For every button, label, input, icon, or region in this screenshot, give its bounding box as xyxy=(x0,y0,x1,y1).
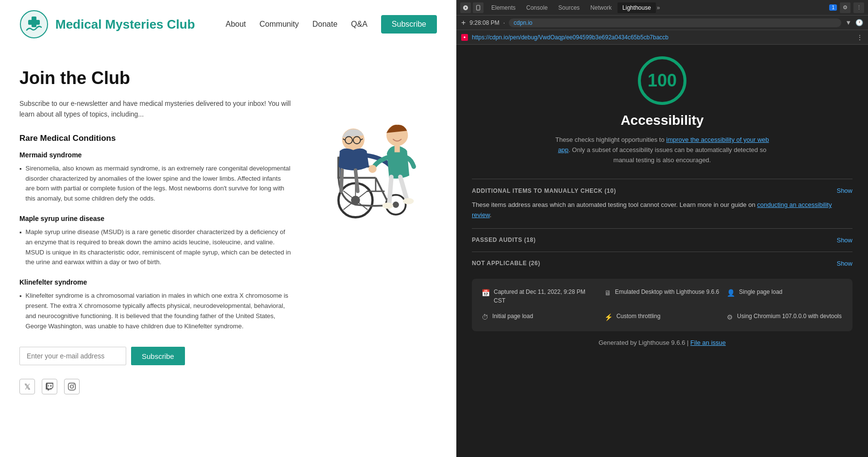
tab-console[interactable]: Console xyxy=(521,2,552,13)
meta-chromium: ⚙ Using Chromium 107.0.0.0 with devtools xyxy=(727,312,843,322)
condition-klinefelter: Klinefelter syndrome Klinefelter syndrom… xyxy=(19,278,291,331)
audit-section-passed-header[interactable]: PASSED AUDITS (18) Show xyxy=(472,237,852,244)
more-options-button[interactable]: ⋮ xyxy=(853,2,864,13)
file-issue-link[interactable]: File an issue xyxy=(690,339,726,346)
section-heading: Rare Medical Conditions xyxy=(19,134,291,143)
subscribe-button[interactable]: Subscribe xyxy=(131,347,185,365)
tab-elements[interactable]: Elements xyxy=(486,2,520,13)
condition-msud-heading: Maple syrup urine disease xyxy=(19,215,291,222)
content-right xyxy=(311,68,437,394)
nav-donate[interactable]: Donate xyxy=(312,20,337,29)
condition-mermaid-heading: Mermaid syndrome xyxy=(19,151,291,159)
category-title: Accessibility xyxy=(620,113,703,128)
audit-section-manual: ADDITIONAL ITEMS TO MANUALLY CHECK (10) … xyxy=(472,179,852,228)
audit-manual-body-text: These items address areas which an autom… xyxy=(472,201,757,208)
score-number: 100 xyxy=(648,70,677,91)
audit-passed-show[interactable]: Show xyxy=(836,237,852,244)
devtools-panel: Elements Console Sources Network Lightho… xyxy=(456,0,868,457)
email-row: Subscribe xyxy=(19,347,291,365)
captured-text: Captured at Dec 11, 2022, 9:28 PM CST xyxy=(494,288,598,305)
condition-msud-text: Maple syrup urine disease (MSUD) is a ra… xyxy=(19,227,291,268)
email-input[interactable] xyxy=(19,347,126,365)
url-dot: · xyxy=(503,19,505,26)
audit-section-passed: PASSED AUDITS (18) Show xyxy=(472,228,852,252)
tab-lighthouse[interactable]: Lighthouse xyxy=(618,2,656,13)
page-heading: Join the Club xyxy=(19,68,291,88)
audit-manual-body: These items address areas which an autom… xyxy=(472,200,852,220)
audit-na-title: NOT APPLICABLE (26) xyxy=(472,260,540,267)
page-intro: Subscribe to our e-newsletter and have m… xyxy=(19,98,291,120)
audit-na-show[interactable]: Show xyxy=(836,260,852,267)
inspect-element-button[interactable] xyxy=(460,2,471,13)
timer-icon: ⏱ xyxy=(482,312,488,322)
devtools-right-icons: 1 ⚙ ⋮ xyxy=(829,2,864,13)
nav-about[interactable]: About xyxy=(226,20,246,29)
instagram-icon[interactable] xyxy=(64,379,80,394)
svg-point-28 xyxy=(383,203,393,209)
site-logo: Medical Mysteries Club xyxy=(19,10,195,39)
tab-network[interactable]: Network xyxy=(585,2,617,13)
throttling-text: Custom throttling xyxy=(617,312,661,321)
page-icon: 👤 xyxy=(727,288,735,298)
single-page-text: Single page load xyxy=(739,288,782,296)
emulated-text: Emulated Desktop with Lighthouse 9.6.6 xyxy=(615,288,719,296)
condition-mermaid: Mermaid syndrome Sirenomelia, also known… xyxy=(19,151,291,204)
notification-badge: 1 xyxy=(829,4,837,11)
condition-mermaid-text: Sirenomelia, also known as mermaid syndr… xyxy=(19,164,291,204)
category-description: These checks highlight opportunities to … xyxy=(551,135,774,165)
twitch-icon[interactable] xyxy=(42,379,57,394)
meta-throttling: ⚡ Custom throttling xyxy=(604,312,720,322)
nav-community[interactable]: Community xyxy=(260,20,299,29)
content-left: Join the Club Subscribe to our e-newslet… xyxy=(19,68,291,394)
audit-section-na: NOT APPLICABLE (26) Show xyxy=(472,252,852,275)
audit-section-manual-header[interactable]: ADDITIONAL ITEMS TO MANUALLY CHECK (10) … xyxy=(472,187,852,194)
meta-captured: 📅 Captured at Dec 11, 2022, 9:28 PM CST xyxy=(482,288,598,305)
svg-rect-26 xyxy=(395,146,400,152)
twitter-icon[interactable]: 𝕏 xyxy=(19,379,35,394)
calendar-icon: 📅 xyxy=(482,288,490,298)
meta-initial-page: ⏱ Initial page load xyxy=(482,312,598,322)
social-icons: 𝕏 xyxy=(19,379,291,394)
lighthouse-footer: 📅 Captured at Dec 11, 2022, 9:28 PM CST … xyxy=(472,279,852,331)
new-tab-button[interactable]: + xyxy=(461,18,466,27)
lighthouse-panel: 100 Accessibility These checks highlight… xyxy=(456,45,868,457)
audit-manual-show[interactable]: Show xyxy=(836,187,852,194)
condition-klinefelter-text: Klinefelter syndrome is a chromosomal va… xyxy=(19,291,291,331)
svg-point-27 xyxy=(368,165,377,173)
devtools-toolbar: Elements Console Sources Network Lightho… xyxy=(456,0,868,16)
nav-subscribe-button[interactable]: Subscribe xyxy=(381,15,437,34)
settings-button[interactable]: ⚙ xyxy=(840,2,851,13)
condition-klinefelter-heading: Klinefelter syndrome xyxy=(19,278,291,286)
meta-emulated: 🖥 Emulated Desktop with Lighthouse 9.6.6 xyxy=(604,288,720,305)
devtools-tabs: Elements Console Sources Network Lightho… xyxy=(486,2,826,13)
devtools-address-row: ● https://cdpn.io/pen/debug/VwdOaqp/ee09… xyxy=(456,30,868,45)
site-header: Medical Mysteries Club About Community D… xyxy=(19,0,437,49)
audit-passed-title: PASSED AUDITS (18) xyxy=(472,237,536,243)
url-clock-icon: 🕐 xyxy=(855,19,863,26)
site-title: Medical Mysteries Club xyxy=(55,17,195,32)
capture-time: 9:28:08 PM xyxy=(469,19,499,26)
tab-sources[interactable]: Sources xyxy=(553,2,584,13)
condition-msud: Maple syrup urine disease Maple syrup ur… xyxy=(19,215,291,268)
audit-section-na-header[interactable]: NOT APPLICABLE (26) Show xyxy=(472,260,852,267)
chromium-icon: ⚙ xyxy=(727,312,733,322)
devtools-urlbar: + 9:28:08 PM · cdpn.io ▼ 🕐 xyxy=(456,16,868,30)
desktop-icon: 🖥 xyxy=(604,288,611,298)
url-domain: cdpn.io xyxy=(509,18,841,27)
logo-icon xyxy=(19,10,49,39)
svg-point-29 xyxy=(403,198,414,204)
svg-rect-2 xyxy=(28,20,40,25)
nav-qa[interactable]: Q&A xyxy=(351,20,367,29)
score-circle: 100 xyxy=(638,56,686,105)
site-nav: About Community Donate Q&A Subscribe xyxy=(226,15,437,34)
full-url: https://cdpn.io/pen/debug/VwdOaqp/ee0945… xyxy=(472,34,852,41)
device-toggle-button[interactable] xyxy=(473,2,484,13)
more-tabs-button[interactable]: » xyxy=(657,4,660,11)
address-more-button[interactable]: ⋮ xyxy=(856,34,863,41)
site-favicon: ● xyxy=(461,34,468,41)
generated-text: Generated by Lighthouse 9.6.6 | xyxy=(599,339,690,346)
url-expand-icon[interactable]: ▼ xyxy=(845,19,851,26)
lightning-icon: ⚡ xyxy=(604,312,613,322)
devtools-left-icons xyxy=(460,2,484,13)
chromium-text: Using Chromium 107.0.0.0 with devtools xyxy=(737,312,841,321)
